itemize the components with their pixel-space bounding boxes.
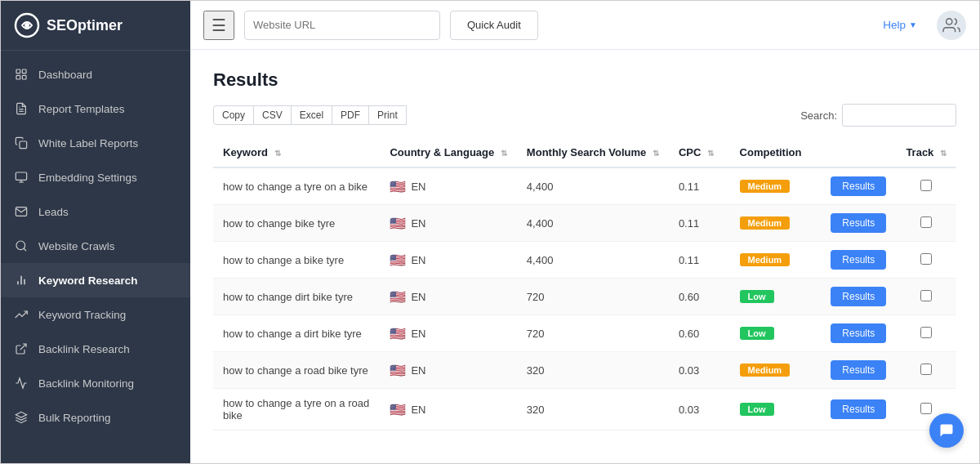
results-button[interactable]: Results xyxy=(831,213,886,233)
cell-results-btn: Results xyxy=(821,279,896,315)
cell-competition: Low xyxy=(730,279,822,315)
menu-button[interactable]: ☰ xyxy=(203,11,234,40)
cell-country: 🇺🇸 EN xyxy=(380,279,516,315)
activity-icon xyxy=(14,376,29,390)
track-checkbox[interactable] xyxy=(920,403,932,414)
results-button[interactable]: Results xyxy=(831,399,886,419)
lang-label: EN xyxy=(411,364,425,377)
sort-icon-keyword: ⇅ xyxy=(274,149,281,158)
copy-button[interactable]: Copy xyxy=(213,105,254,125)
search-label: Search: xyxy=(800,109,837,122)
track-checkbox[interactable] xyxy=(920,180,932,191)
sidebar-item-label: Dashboard xyxy=(38,69,92,81)
svg-rect-5 xyxy=(22,75,26,79)
sidebar-item-backlink-monitoring[interactable]: Backlink Monitoring xyxy=(1,366,190,400)
track-checkbox[interactable] xyxy=(920,216,932,228)
sidebar-item-report-templates[interactable]: Report Templates xyxy=(1,91,190,126)
cell-cpc: 0.60 xyxy=(669,315,730,352)
col-header-cpc: CPC ⇅ xyxy=(669,138,730,167)
print-button[interactable]: Print xyxy=(369,105,407,125)
sidebar-item-white-label[interactable]: White Label Reports xyxy=(1,126,190,160)
cell-country: 🇺🇸 EN xyxy=(380,167,516,205)
cell-competition: Medium xyxy=(730,205,822,242)
external-link-icon xyxy=(14,341,29,356)
help-menu[interactable]: Help ▼ xyxy=(883,19,917,31)
cell-keyword: how to change a road bike tyre xyxy=(213,352,380,389)
results-button[interactable]: Results xyxy=(831,250,886,270)
cell-volume: 720 xyxy=(517,315,669,352)
competition-badge: Medium xyxy=(740,364,791,377)
cell-cpc: 0.11 xyxy=(669,167,730,205)
table-row: how to change a bike tyre 🇺🇸 EN 4,400 0.… xyxy=(213,242,956,279)
table-search-input[interactable] xyxy=(842,104,956,127)
track-checkbox[interactable] xyxy=(920,253,932,265)
cell-cpc: 0.03 xyxy=(669,352,730,389)
cell-keyword: how to change a tyre on a bike xyxy=(213,167,380,205)
monitor-icon xyxy=(14,170,29,185)
sidebar-item-label: Keyword Research xyxy=(38,274,138,287)
cell-volume: 720 xyxy=(517,279,669,315)
competition-badge: Low xyxy=(740,327,774,340)
bar-chart-icon xyxy=(14,273,29,288)
svg-point-19 xyxy=(947,18,952,24)
sidebar-item-keyword-research[interactable]: Keyword Research xyxy=(1,263,190,297)
cell-volume: 320 xyxy=(517,352,669,389)
chat-bubble-button[interactable] xyxy=(929,413,964,448)
results-button[interactable]: Results xyxy=(831,287,886,306)
grid-icon xyxy=(14,67,29,82)
col-header-keyword: Keyword ⇅ xyxy=(213,138,380,167)
cell-results-btn: Results xyxy=(821,389,896,431)
cell-results-btn: Results xyxy=(821,167,896,205)
sidebar-item-leads[interactable]: Leads xyxy=(1,194,190,229)
cell-country: 🇺🇸 EN xyxy=(380,315,516,352)
cell-results-btn: Results xyxy=(821,352,896,389)
cell-keyword: how to change a bike tyre xyxy=(213,242,380,279)
cell-competition: Medium xyxy=(730,242,822,279)
results-button[interactable]: Results xyxy=(831,323,886,343)
user-avatar[interactable] xyxy=(937,11,966,40)
cell-track xyxy=(896,167,956,205)
cell-competition: Low xyxy=(730,315,822,352)
url-input[interactable] xyxy=(244,11,440,40)
cell-track xyxy=(896,242,956,279)
sidebar-item-embedding[interactable]: Embedding Settings xyxy=(1,160,190,194)
sort-icon-cpc: ⇅ xyxy=(707,149,714,158)
sidebar-item-bulk-reporting[interactable]: Bulk Reporting xyxy=(1,400,190,435)
track-checkbox[interactable] xyxy=(920,290,932,301)
pdf-button[interactable]: PDF xyxy=(332,105,369,125)
cell-keyword: how to change bike tyre xyxy=(213,205,380,242)
cell-competition: Medium xyxy=(730,352,822,389)
cell-track xyxy=(896,352,956,389)
sidebar-item-dashboard[interactable]: Dashboard xyxy=(1,57,190,91)
cell-volume: 320 xyxy=(517,389,669,431)
csv-button[interactable]: CSV xyxy=(254,105,292,125)
sidebar-item-label: White Label Reports xyxy=(38,137,138,149)
track-checkbox[interactable] xyxy=(920,364,932,375)
logo-icon xyxy=(14,12,40,38)
sidebar: SEOptimer Dashboard Report Templates xyxy=(1,1,190,463)
col-header-track: Track ⇅ xyxy=(896,138,956,167)
flag-icon: 🇺🇸 xyxy=(390,289,406,305)
logo-text: SEOptimer xyxy=(47,17,122,34)
sidebar-item-crawls[interactable]: Website Crawls xyxy=(1,229,190,263)
results-button[interactable]: Results xyxy=(831,176,886,196)
topbar: ☰ Quick Audit Help ▼ xyxy=(190,1,979,50)
cell-cpc: 0.11 xyxy=(669,242,730,279)
lang-label: EN xyxy=(411,181,425,193)
svg-line-17 xyxy=(20,344,26,350)
svg-line-13 xyxy=(24,248,26,251)
results-button[interactable]: Results xyxy=(831,360,886,380)
competition-badge: Medium xyxy=(740,216,791,230)
quick-audit-button[interactable]: Quick Audit xyxy=(450,11,538,40)
cell-competition: Low xyxy=(730,389,822,431)
excel-button[interactable]: Excel xyxy=(292,105,332,125)
table-row: how to change a tyre on a bike 🇺🇸 EN 4,4… xyxy=(213,167,956,205)
sidebar-item-backlink-research[interactable]: Backlink Research xyxy=(1,332,190,366)
track-checkbox[interactable] xyxy=(920,327,932,338)
content-area: Results Copy CSV Excel PDF Print Search:… xyxy=(190,50,979,463)
cell-volume: 4,400 xyxy=(517,205,669,242)
sidebar-item-keyword-tracking[interactable]: Keyword Tracking xyxy=(1,297,190,332)
cell-track xyxy=(896,315,956,352)
competition-badge: Low xyxy=(740,290,774,303)
cell-results-btn: Results xyxy=(821,242,896,279)
